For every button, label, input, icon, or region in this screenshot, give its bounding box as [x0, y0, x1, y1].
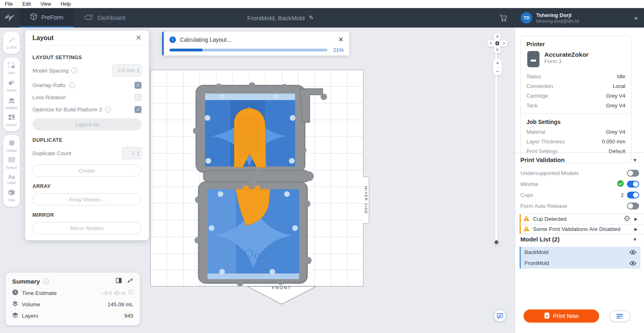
tool-support[interactable]: Support	[3, 94, 20, 112]
job-queue-button[interactable]	[609, 310, 630, 322]
print-validation-header[interactable]: Print Validation ▼	[520, 156, 639, 163]
pan-left-button[interactable]: ᐸ	[488, 40, 494, 47]
close-icon[interactable]: ✕	[338, 36, 344, 43]
collapse-icon[interactable]	[127, 278, 133, 285]
job-settings-heading: Job Settings	[526, 119, 625, 125]
stepper-arrows[interactable]: ▲▼	[137, 151, 139, 156]
tab-preform[interactable]: PreForm	[19, 8, 74, 28]
app-navbar: PreForm Dashboard FrontMold, BackMold ✎ …	[0, 8, 644, 28]
tool-layout[interactable]: Layout	[3, 112, 20, 129]
label-aa-icon: Aa	[8, 174, 15, 180]
layout-panel: Layout ✕ LAYOUT SETTINGS Model Spacingi …	[25, 30, 149, 240]
formlabs-logo-icon	[0, 8, 19, 28]
side-panel-icon[interactable]	[116, 278, 122, 285]
info-icon[interactable]: i	[69, 82, 75, 88]
mixer-side-label: MIXER SIDE	[364, 186, 368, 214]
print-icon	[544, 312, 550, 320]
menu-help[interactable]: Help	[56, 0, 76, 8]
printer-row: StatusIdle	[526, 73, 625, 79]
menu-view[interactable]: View	[36, 0, 56, 8]
undersupported-toggle[interactable]	[627, 170, 639, 177]
tool-one-click[interactable]: 1-Click	[3, 34, 20, 51]
progress-percent: 21%	[332, 47, 344, 53]
layout-all-button[interactable]: Layout All	[32, 118, 141, 130]
pan-up-button[interactable]: ᐱ	[494, 34, 501, 40]
zoom-out-button[interactable]: −	[493, 68, 502, 76]
view-navigation-cross: ᐱ ᐸ ᐳ ᐯ	[488, 34, 507, 53]
chevron-right-icon[interactable]: ▶	[634, 227, 638, 231]
menu-file[interactable]: File	[0, 0, 17, 8]
print-now-button[interactable]: Print Now	[524, 310, 599, 322]
pan-right-button[interactable]: ᐳ	[501, 40, 507, 47]
overlap-rafts-checkbox[interactable]	[135, 82, 141, 89]
tool-orient[interactable]: Orient	[3, 77, 20, 94]
chevron-down-icon[interactable]: ▼	[633, 158, 639, 162]
model-row-frontmold[interactable]: FrontMold	[520, 258, 640, 269]
tool-hollow[interactable]: Hollow	[3, 137, 20, 155]
info-icon[interactable]: i	[71, 68, 77, 74]
create-button[interactable]: Create	[32, 164, 141, 177]
support-icon	[8, 97, 15, 105]
mirror-heading: MIRROR	[32, 212, 141, 218]
time-estimate-value: ~9 h 45 m	[101, 290, 126, 296]
tool-label-tool[interactable]: Aa Label	[3, 172, 20, 187]
model-spacing-input[interactable]: 2.0 mm ▲▼	[112, 64, 141, 77]
build-platform[interactable]	[150, 70, 364, 286]
tool-size[interactable]: Size	[3, 60, 20, 77]
layer-slider-knob[interactable]	[494, 239, 499, 245]
locate-target-icon[interactable]	[624, 215, 630, 223]
cart-icon[interactable]	[492, 8, 515, 28]
viewport-canvas[interactable]: 1-Click Size Orient Support Layout	[0, 28, 515, 333]
calculating-notification: i Calculating Layout... ✕ 21%	[162, 32, 349, 56]
cube-icon	[30, 13, 37, 21]
form-auto-release-toggle[interactable]	[627, 203, 639, 209]
array-models-button[interactable]: Array Models...	[32, 193, 141, 205]
printer-model: Form 3	[544, 58, 588, 64]
build-platform-models[interactable]	[151, 70, 364, 287]
duplicate-count-label: Duplicate Count	[32, 150, 71, 156]
tool-hole[interactable]: Hole	[3, 187, 20, 204]
chevron-right-icon[interactable]: ▶	[634, 217, 638, 221]
model-spacing-value: 2.0 mm	[116, 68, 137, 73]
cloud-icon	[84, 14, 93, 22]
model-row-backmold[interactable]: BackMold	[520, 247, 640, 258]
mirror-models-button[interactable]: Mirror Models	[32, 222, 141, 234]
chevron-right-icon[interactable]: ▶	[635, 15, 638, 21]
warning-cup-detected[interactable]: Cup Detected ▶	[520, 214, 640, 224]
user-menu[interactable]: TD Tshering Dorji tshering.dorji@dhi.bt …	[515, 8, 644, 28]
left-toolbar: 1-Click Size Orient Support Layout	[3, 32, 20, 207]
model-list-header[interactable]: Model List (2) ▼	[520, 236, 639, 243]
chevron-down-icon[interactable]: ▼	[633, 237, 639, 242]
tool-texture[interactable]: Texture	[3, 155, 20, 172]
warning-icon	[523, 226, 530, 233]
close-icon[interactable]: ✕	[136, 34, 141, 41]
stepper-arrows[interactable]: ▲▼	[137, 68, 139, 73]
cups-toggle[interactable]	[627, 192, 639, 199]
zoom-in-button[interactable]: +	[493, 59, 502, 67]
pan-down-button[interactable]: ᐯ	[494, 47, 501, 53]
feedback-button[interactable]	[494, 310, 506, 322]
menu-edit[interactable]: Edit	[17, 0, 36, 8]
view-home-button[interactable]	[494, 40, 501, 47]
duplicate-heading: DUPLICATE	[32, 137, 141, 143]
recalculating-icon	[128, 290, 133, 296]
optimize-checkbox[interactable]	[135, 106, 141, 113]
duplicate-count-input[interactable]: 1 ▲▼	[122, 147, 141, 159]
size-icon	[8, 62, 15, 70]
info-icon[interactable]: i	[105, 107, 111, 113]
warning-validations-disabled[interactable]: Some Print Validations Are Disabled ▶	[520, 224, 640, 234]
layout-settings-heading: LAYOUT SETTINGS	[32, 55, 141, 60]
job-settings-row: MaterialGrey V4	[526, 129, 625, 135]
info-icon[interactable]: i	[43, 278, 49, 284]
tab-dashboard[interactable]: Dashboard	[74, 8, 136, 28]
edit-title-icon[interactable]: ✎	[309, 14, 314, 21]
printer-card[interactable]: Printer AccurateZokor Form 3 StatusIdle …	[520, 36, 631, 163]
divider	[515, 213, 644, 214]
lock-rotation-checkbox[interactable]	[135, 94, 141, 101]
visibility-eye-icon[interactable]	[629, 250, 636, 255]
minima-toggle[interactable]	[627, 181, 639, 188]
clock-icon	[12, 289, 18, 297]
info-icon: i	[169, 36, 176, 43]
visibility-eye-icon[interactable]	[629, 261, 636, 266]
printer-icon	[526, 51, 540, 69]
